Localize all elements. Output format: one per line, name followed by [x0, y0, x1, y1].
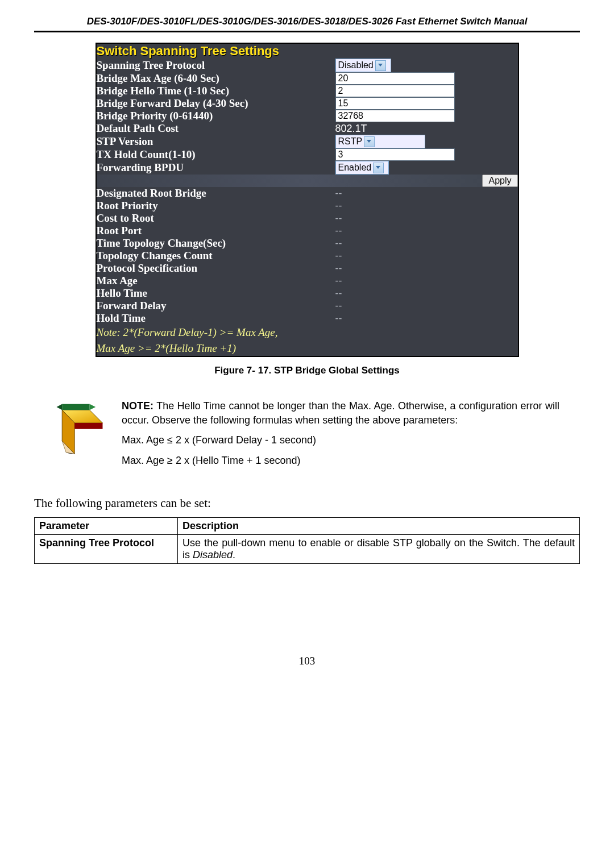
chevron-down-icon [364, 136, 375, 147]
field-label: Root Port [96, 225, 335, 237]
readonly-value: -- [335, 188, 342, 199]
readonly-value: -- [335, 275, 342, 286]
readonly-value: -- [335, 300, 342, 312]
readonly-value: -- [335, 213, 342, 224]
apply-button[interactable]: Apply [482, 175, 517, 187]
readonly-value: -- [335, 200, 342, 211]
body-paragraph: The following parameters can be set: [34, 496, 580, 510]
note-line1: The Hello Time cannot be longer than the… [122, 400, 559, 426]
field-label: Max Age [96, 275, 335, 287]
param-description: Use the pull-down menu to enable or disa… [178, 534, 580, 563]
field-label: Bridge Hello Time (1-10 Sec) [96, 85, 335, 97]
panel-title: Switch Spanning Tree Settings [96, 43, 518, 59]
header-rule [34, 31, 580, 32]
field-label: Bridge Priority (0-61440) [96, 110, 335, 122]
input-field[interactable] [335, 85, 455, 97]
field-label: Protocol Specification [96, 262, 335, 275]
field-label: Topology Changes Count [96, 250, 335, 262]
settings-panel: Switch Spanning Tree SettingsSpanning Tr… [96, 43, 519, 357]
field-label: Hold Time [96, 312, 335, 325]
col-header-parameter: Parameter [35, 517, 178, 534]
field-label: Time Topology Change(Sec) [96, 237, 335, 250]
field-label: Bridge Forward Delay (4-30 Sec) [96, 97, 335, 110]
field-label: Default Path Cost [96, 122, 335, 135]
note-formula-1: Max. Age ≤ 2 x (Forward Delay - 1 second… [122, 433, 559, 447]
svg-marker-4 [57, 404, 63, 410]
readonly-value: -- [335, 288, 342, 299]
static-value: 802.1T [335, 123, 367, 134]
chevron-down-icon [373, 163, 384, 173]
col-header-description: Description [178, 517, 580, 534]
field-label: Bridge Max Age (6-40 Sec) [96, 72, 335, 85]
parameter-table: Parameter Description Spanning Tree Prot… [34, 517, 580, 564]
field-label: STP Version [96, 135, 335, 148]
field-label: Cost to Root [96, 212, 335, 225]
field-label: Hello Time [96, 287, 335, 300]
field-label: Designated Root Bridge [96, 187, 335, 200]
chevron-down-icon [375, 60, 386, 71]
field-label: TX Hold Count(1-10) [96, 148, 335, 161]
input-field[interactable] [335, 148, 455, 161]
panel-formula-note: Note: 2*(Forward Delay-1) >= Max Age,Max… [96, 325, 518, 356]
select-field[interactable]: RSTP [335, 135, 425, 148]
svg-marker-5 [90, 404, 96, 410]
readonly-value: -- [335, 263, 342, 274]
select-field[interactable]: Disabled [335, 59, 391, 72]
note-formula-2: Max. Age ≥ 2 x (Hello Time + 1 second) [122, 454, 559, 468]
note-block: NOTE: The Hello Time cannot be longer th… [122, 399, 559, 474]
note-label: NOTE: [122, 400, 154, 412]
readonly-value: -- [335, 238, 342, 249]
pencil-icon [55, 399, 105, 456]
svg-marker-3 [62, 404, 89, 410]
input-field[interactable] [335, 72, 455, 85]
input-field[interactable] [335, 97, 455, 110]
field-label: Root Priority [96, 200, 335, 212]
page-number: 103 [34, 655, 580, 667]
input-field[interactable] [335, 110, 455, 122]
field-label: Spanning Tree Protocol [96, 59, 335, 72]
select-field[interactable]: Enabled [335, 161, 389, 175]
field-label: Forward Delay [96, 300, 335, 312]
param-name: Spanning Tree Protocol [35, 534, 178, 563]
readonly-value: -- [335, 225, 342, 236]
figure-caption: Figure 7- 17. STP Bridge Global Settings [34, 365, 580, 376]
doc-header: DES-3010F/DES-3010FL/DES-3010G/DES-3016/… [34, 14, 580, 31]
readonly-value: -- [335, 250, 342, 261]
svg-marker-2 [74, 423, 102, 429]
readonly-value: -- [335, 313, 342, 324]
field-label: Forwarding BPDU [96, 161, 335, 175]
